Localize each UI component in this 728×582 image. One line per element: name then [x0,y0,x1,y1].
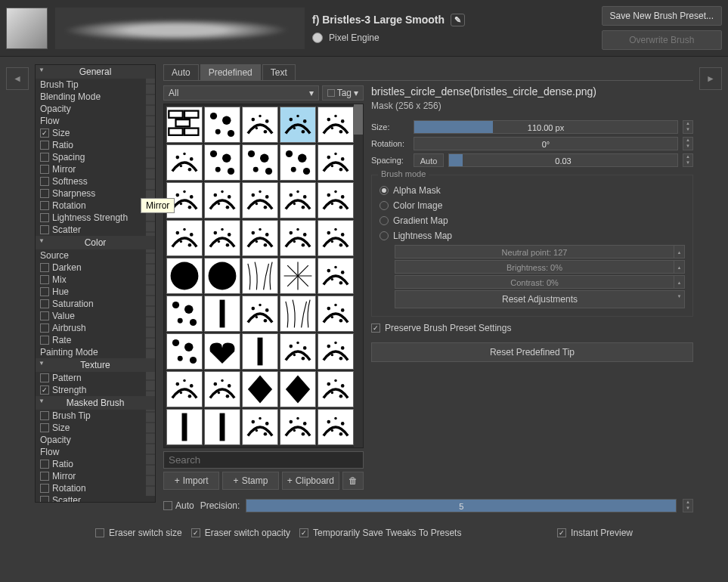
sidebar-item-source[interactable]: Source [36,249,155,262]
contrast-slider[interactable]: Contrast: 0%▲▼ [395,275,685,289]
eraser-switch-opacity-checkbox[interactable]: ✓Eraser switch opacity [191,525,290,541]
tip-thumbnail[interactable] [318,144,354,181]
checkbox-icon[interactable] [40,213,49,222]
sidebar-item-masked-scatter[interactable]: Scatter [36,494,155,503]
sidebar-item-masked-opacity[interactable]: Opacity [36,434,155,446]
sidebar-item-lightness-strength[interactable]: Lightness Strength [36,212,155,224]
brush-preset-thumbnail[interactable] [6,8,48,49]
checkbox-icon[interactable] [40,373,49,382]
rotation-spinner[interactable]: ▲▼ [683,137,693,150]
precision-slider[interactable]: 5 [246,499,677,512]
tip-thumbnail[interactable] [166,296,203,332]
tab-predefined[interactable]: Predefined [200,64,261,80]
sidebar-item-opacity[interactable]: Opacity [36,103,155,115]
tip-thumbnail[interactable] [166,144,203,181]
instant-preview-checkbox[interactable]: ✓Instant Preview [557,525,633,541]
checkbox-icon[interactable] [40,165,49,174]
checkbox-icon[interactable] [40,225,49,234]
sidebar-item-softness[interactable]: Softness [36,175,155,187]
resource-filter-dropdown[interactable]: All ▾ [163,85,319,101]
tip-thumbnail[interactable] [280,333,316,370]
tip-thumbnail[interactable] [318,107,354,143]
sidebar-item-masked-mirror[interactable]: Mirror [36,470,155,482]
stamp-button[interactable]: +Stamp [222,472,278,490]
save-new-preset-button[interactable]: Save New Brush Preset... [602,6,722,26]
checkbox-icon[interactable] [40,472,49,481]
tip-thumbnail[interactable] [280,220,316,256]
reset-adjustments-button[interactable]: Reset Adjustments [395,290,685,308]
next-arrow-button[interactable]: ► [699,67,722,90]
neutral-point-slider[interactable]: Neutral point: 127▲▼ [395,245,685,258]
checkbox-icon[interactable] [40,299,49,308]
tip-thumbnail[interactable] [318,258,354,294]
tip-thumbnail[interactable] [204,409,240,445]
sidebar-item-spacing[interactable]: Spacing [36,151,155,163]
spacing-spinner[interactable]: ▲▼ [683,153,693,167]
sidebar-item-size[interactable]: ✓Size [36,127,155,139]
sidebar-item-mirror[interactable]: Mirror [36,163,155,175]
checkbox-icon[interactable] [40,423,49,432]
tip-thumbnail[interactable] [318,409,354,445]
section-masked[interactable]: Masked Brush [36,396,155,410]
tip-thumbnail[interactable] [204,220,240,256]
sidebar-item-sharpness[interactable]: Sharpness [36,187,155,200]
sidebar-item-value[interactable]: Value [36,310,155,322]
tab-text[interactable]: Text [262,64,296,80]
precision-spinner[interactable]: ▲▼ [683,499,693,512]
checkbox-icon[interactable]: ✓ [40,128,49,138]
sidebar-item-brush-tip[interactable]: Brush Tip [36,79,155,91]
sidebar-item-saturation[interactable]: Saturation [36,298,155,310]
tip-thumbnail[interactable] [280,144,316,181]
sidebar-item-airbrush[interactable]: Airbrush [36,322,155,334]
tip-thumbnail[interactable] [318,296,354,332]
tip-thumbnail[interactable] [204,107,240,143]
tab-auto[interactable]: Auto [163,64,199,80]
eraser-switch-size-checkbox[interactable]: Eraser switch size [95,525,182,541]
checkbox-icon[interactable] [40,177,49,186]
tip-thumbnail[interactable] [280,371,316,407]
tip-thumbnail[interactable] [280,296,316,332]
sidebar-item-masked-size[interactable]: Size [36,422,155,434]
sidebar-item-flow[interactable]: Flow [36,115,155,127]
sidebar-item-painting-mode[interactable]: Painting Mode [36,346,155,358]
size-slider[interactable]: 110.00 px [414,120,678,134]
tip-thumbnail[interactable] [242,220,278,256]
tip-thumbnail[interactable] [318,220,354,256]
tip-thumbnail[interactable] [242,258,278,294]
import-button[interactable]: +Import [163,472,219,490]
tip-thumbnail[interactable] [204,182,240,218]
checkbox-icon[interactable] [40,484,49,493]
tip-thumbnail[interactable] [166,409,203,445]
tip-thumbnail[interactable] [280,258,316,294]
checkbox-icon[interactable] [40,189,49,198]
delete-button[interactable]: 🗑 [342,472,364,490]
checkbox-icon[interactable] [40,324,49,333]
sidebar-item-rotation[interactable]: Rotation [36,200,155,212]
tip-thumbnail[interactable] [242,144,278,181]
sidebar-item-ratio[interactable]: Ratio [36,139,155,151]
tip-thumbnail[interactable] [242,182,278,218]
section-color[interactable]: Color [36,236,155,249]
tip-thumbnail[interactable] [280,409,316,445]
radio-alpha-mask[interactable]: Alpha Mask [379,183,685,198]
sidebar-item-masked-flow[interactable]: Flow [36,446,155,458]
checkbox-icon[interactable] [40,263,49,272]
sidebar-item-mix[interactable]: Mix [36,274,155,286]
tip-thumbnail[interactable] [166,333,203,370]
sidebar-item-masked-rotation[interactable]: Rotation [36,482,155,494]
tag-filter-button[interactable]: Tag ▾ [322,85,364,101]
tip-thumbnail[interactable] [204,144,240,181]
spacing-auto-toggle[interactable]: Auto [414,153,444,167]
clipboard-button[interactable]: +Clipboard [282,472,339,490]
temp-save-tweaks-checkbox[interactable]: ✓Temporarily Save Tweaks To Presets [299,525,461,541]
tip-thumbnail[interactable] [204,258,240,294]
radio-color-image[interactable]: Color Image [379,198,685,213]
tip-thumbnail[interactable] [166,258,203,294]
tip-thumbnail[interactable] [242,333,278,370]
tip-thumbnail[interactable] [280,182,316,218]
spacing-slider[interactable]: 0.03 [448,153,678,167]
scrollbar-thumb[interactable] [354,104,363,135]
prev-arrow-button[interactable]: ◄ [6,67,29,90]
checkbox-icon[interactable] [40,201,49,210]
overwrite-brush-button[interactable]: Overwrite Brush [602,30,722,50]
